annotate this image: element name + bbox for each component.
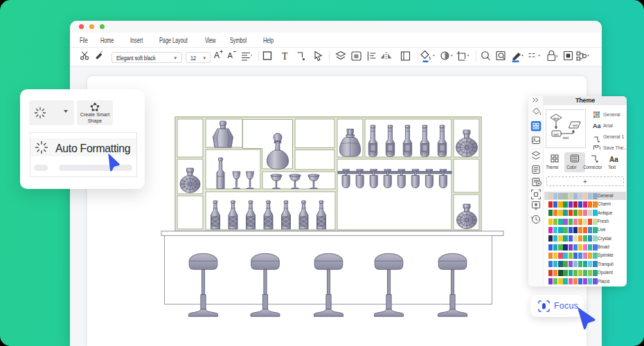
svg-text:Aa: Aa	[609, 156, 618, 163]
svg-text:text: text	[554, 117, 560, 120]
svg-text:Aa: Aa	[593, 122, 601, 129]
svg-text:text: text	[563, 136, 569, 140]
svg-text:text: text	[573, 124, 578, 127]
svg-text:text: text	[554, 133, 560, 136]
